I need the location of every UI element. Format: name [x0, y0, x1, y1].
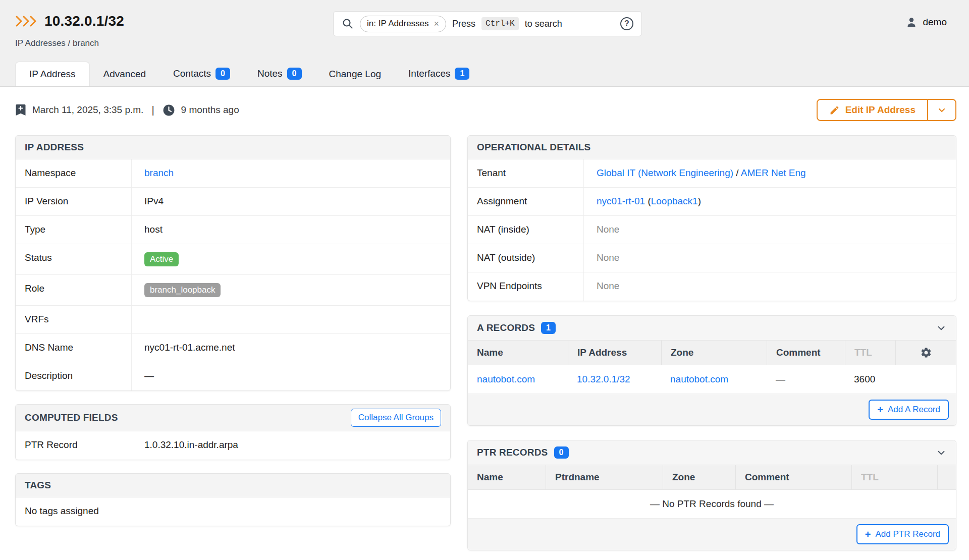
- interfaces-count-badge: 1: [455, 68, 469, 80]
- add-a-record-button[interactable]: + Add A Record: [869, 400, 949, 420]
- row-status: Status Active: [16, 244, 450, 275]
- tags-card-title: TAGS: [16, 474, 450, 497]
- ptr-records-empty-row: — No PTR Records found —: [468, 490, 956, 519]
- tenant-group-link[interactable]: Global IT (Network Engineering): [597, 167, 733, 178]
- col-comment[interactable]: Comment: [735, 465, 851, 489]
- search-icon: [342, 18, 354, 30]
- col-name[interactable]: Name: [468, 341, 568, 365]
- col-name[interactable]: Name: [468, 465, 546, 489]
- row-nat-outside: NAT (outside) None: [468, 244, 956, 272]
- ip-address-card-title: IP ADDRESS: [16, 136, 450, 159]
- col-zone[interactable]: Zone: [661, 341, 767, 365]
- ip-address-card: IP ADDRESS Namespace branch IP Version I…: [15, 135, 451, 391]
- brand: 10.32.0.1/32: [15, 13, 124, 29]
- operational-details-card-title: OPERATIONAL DETAILS: [468, 136, 956, 159]
- row-ip-version: IP Version IPv4: [16, 188, 450, 216]
- ptr-records-footer: + Add PTR Record: [468, 519, 956, 550]
- collapse-a-records-icon[interactable]: [936, 322, 947, 333]
- col-zone[interactable]: Zone: [663, 465, 735, 489]
- meta-row: March 11, 2025, 3:35 p.m. | 9 months ago…: [15, 99, 956, 121]
- help-icon[interactable]: ?: [620, 17, 633, 30]
- search-hint-suffix: to search: [525, 19, 562, 29]
- status-badge[interactable]: Active: [144, 252, 179, 266]
- edit-dropdown-toggle[interactable]: [927, 100, 955, 120]
- row-vrfs: VRFs: [16, 306, 450, 334]
- a-records-table-header: Name IP Address Zone Comment TTL: [468, 341, 956, 365]
- tab-bar: IP Address Advanced Contacts 0 Notes 0 C…: [15, 61, 483, 86]
- row-role: Role branch_loopback: [16, 275, 450, 306]
- col-ttl[interactable]: TTL: [845, 341, 895, 365]
- username: demo: [923, 17, 947, 28]
- search-filter-label: in: IP Addresses: [367, 19, 429, 29]
- row-assignment: Assignment nyc01-rt-01 (Loopback1): [468, 188, 956, 216]
- last-updated: 9 months ago: [181, 104, 239, 116]
- row-type: Type host: [16, 216, 450, 244]
- ptr-records-empty-text: — No PTR Records found —: [468, 490, 956, 518]
- nautobot-logo-icon[interactable]: [15, 15, 37, 28]
- edit-ip-address-button[interactable]: Edit IP Address: [818, 100, 927, 120]
- col-ip-address[interactable]: IP Address: [568, 341, 661, 365]
- row-ptr-record: PTR Record 1.0.32.10.in-addr.arpa: [16, 431, 450, 460]
- a-records-footer: + Add A Record: [468, 394, 956, 425]
- namespace-link[interactable]: branch: [144, 167, 174, 178]
- role-badge[interactable]: branch_loopback: [144, 283, 221, 297]
- tags-empty-row: No tags assigned: [16, 497, 450, 526]
- plus-icon: +: [877, 405, 883, 415]
- a-record-name-link[interactable]: nautobot.com: [477, 374, 535, 384]
- search-filter-chip[interactable]: in: IP Addresses ×: [360, 16, 446, 32]
- ptr-records-table-header: Name Ptrdname Zone Comment TTL: [468, 465, 956, 490]
- ctrl-k-shortcut: Ctrl+K: [481, 17, 519, 30]
- contacts-count-badge: 0: [216, 68, 230, 80]
- tags-empty-text: No tags assigned: [16, 497, 112, 526]
- col-ttl[interactable]: TTL: [851, 465, 937, 489]
- row-vpn-endpoints: VPN Endpoints None: [468, 272, 956, 301]
- meta-divider: |: [151, 104, 154, 116]
- global-search-input[interactable]: in: IP Addresses × Press Ctrl+K to searc…: [333, 11, 642, 36]
- tab-contacts[interactable]: Contacts 0: [159, 61, 244, 86]
- tab-change-log[interactable]: Change Log: [315, 62, 395, 86]
- user-icon: [905, 16, 918, 28]
- computed-fields-card-title: COMPUTED FIELDS Collapse All Groups: [16, 405, 450, 431]
- tenant-link[interactable]: AMER Net Eng: [741, 167, 806, 178]
- collapse-all-groups-button[interactable]: Collapse All Groups: [351, 409, 441, 427]
- timestamps: March 11, 2025, 3:35 p.m. | 9 months ago: [15, 103, 239, 117]
- table-settings-button[interactable]: [895, 341, 956, 365]
- tab-ip-address[interactable]: IP Address: [15, 62, 90, 86]
- ptr-records-card-title: PTR RECORDS 0: [468, 440, 956, 465]
- operational-details-card: OPERATIONAL DETAILS Tenant Global IT (Ne…: [467, 135, 956, 301]
- pencil-icon: [829, 105, 840, 116]
- a-record-zone-link[interactable]: nautobot.com: [670, 374, 728, 384]
- a-records-count-badge: 1: [541, 322, 556, 334]
- a-record-row: nautobot.com 10.32.0.1/32 nautobot.com —…: [468, 365, 956, 394]
- col-ptrdname[interactable]: Ptrdname: [546, 465, 663, 489]
- tab-interfaces[interactable]: Interfaces 1: [395, 61, 483, 86]
- a-records-card-title: A RECORDS 1: [468, 316, 956, 341]
- row-nat-inside: NAT (inside) None: [468, 216, 956, 244]
- col-comment[interactable]: Comment: [767, 341, 845, 365]
- tags-card: TAGS No tags assigned: [15, 473, 451, 526]
- breadcrumb[interactable]: IP Addresses / branch: [15, 38, 99, 48]
- tab-notes[interactable]: Notes 0: [244, 61, 315, 86]
- row-namespace: Namespace branch: [16, 159, 450, 188]
- search-hint-prefix: Press: [452, 19, 475, 29]
- user-menu[interactable]: demo: [905, 16, 947, 28]
- add-ptr-record-button[interactable]: + Add PTR Record: [856, 524, 949, 544]
- edit-ip-address-split-button: Edit IP Address: [817, 99, 956, 121]
- collapse-ptr-records-icon[interactable]: [936, 447, 947, 458]
- top-header: 10.32.0.1/32 IP Addresses / branch in: I…: [0, 0, 969, 87]
- a-records-card: A RECORDS 1 Name IP Address Zone Comment…: [467, 315, 956, 426]
- plus-icon: +: [865, 529, 871, 539]
- interface-link[interactable]: Loopback1: [651, 196, 698, 206]
- row-description: Description —: [16, 362, 450, 390]
- tab-advanced[interactable]: Advanced: [90, 62, 160, 86]
- notes-count-badge: 0: [287, 68, 302, 80]
- bookmark-icon: [15, 103, 26, 117]
- page: 10.32.0.1/32 IP Addresses / branch in: I…: [0, 0, 969, 560]
- gear-icon: [920, 347, 932, 359]
- clock-icon: [163, 104, 175, 117]
- device-link[interactable]: nyc01-rt-01: [597, 196, 645, 206]
- a-record-ip-link[interactable]: 10.32.0.1/32: [577, 374, 630, 384]
- created-date: March 11, 2025, 3:35 p.m.: [32, 104, 143, 116]
- chip-remove-icon[interactable]: ×: [434, 19, 440, 29]
- row-tenant: Tenant Global IT (Network Engineering) /…: [468, 159, 956, 188]
